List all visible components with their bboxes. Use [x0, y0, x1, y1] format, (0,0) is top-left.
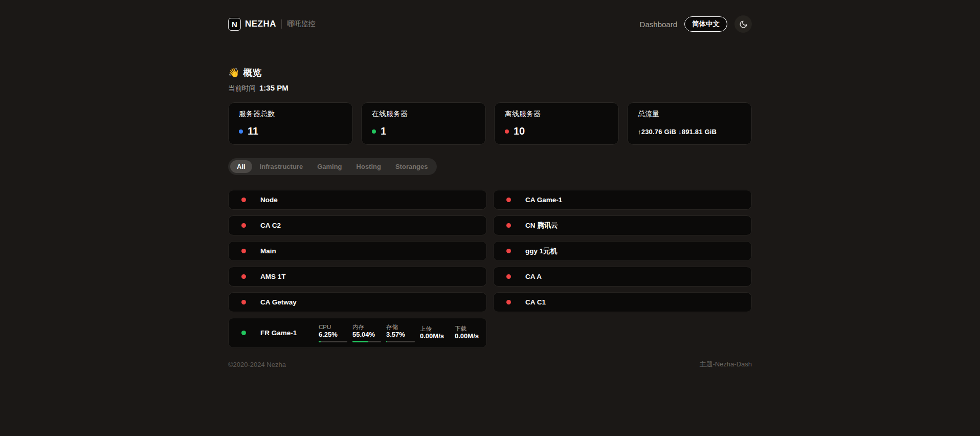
- stat-value: 0.00M/s: [455, 332, 484, 341]
- server-name: Node: [260, 196, 278, 204]
- stat-label: 下载: [455, 325, 484, 332]
- stat-value: 0.00M/s: [420, 332, 450, 341]
- copyright-text: ©2020-2024 Nezha: [228, 361, 286, 368]
- tab-storanges[interactable]: Storanges: [389, 160, 435, 173]
- stat-label: 存储: [386, 323, 415, 331]
- brand-divider: [281, 19, 282, 29]
- page-title: 👋 概览: [228, 67, 752, 79]
- time-value: 1:35 PM: [259, 83, 288, 92]
- status-offline-dot-icon: [506, 223, 511, 228]
- server-row-ams-1t[interactable]: AMS 1T: [228, 267, 487, 287]
- page-title-text: 概览: [243, 67, 261, 79]
- stat-card-online-servers: 在线服务器 1: [361, 102, 486, 145]
- server-row-ca-a[interactable]: CA A: [493, 267, 752, 287]
- status-offline-dot-icon: [506, 274, 511, 279]
- offline-dot-icon: [505, 129, 509, 134]
- status-offline-dot-icon: [241, 300, 246, 304]
- main-content: 👋 概览 当前时间 1:35 PM 服务器总数 11 在线服务器 1: [228, 67, 752, 348]
- language-button[interactable]: 简体中文: [684, 16, 727, 32]
- server-row-ca-getway[interactable]: CA Getway: [228, 292, 487, 312]
- server-name: CA A: [525, 273, 542, 280]
- server-name: CA C2: [260, 222, 281, 229]
- storage-progress-bar: [386, 341, 415, 342]
- stat-label: 内存: [352, 323, 381, 331]
- server-grid: Node CA C2 Main AMS 1T CA Getway: [228, 190, 752, 348]
- tab-infrastructure[interactable]: Infrastructure: [253, 160, 310, 173]
- online-dot-icon: [372, 129, 376, 134]
- server-column-left: Node CA C2 Main AMS 1T CA Getway: [228, 190, 487, 348]
- stat-card-label: 离线服务器: [505, 110, 608, 119]
- server-name: ggy 1元机: [525, 247, 557, 256]
- server-column-right: CA Game-1 CN 腾讯云 ggy 1元机 CA A CA C1: [493, 190, 752, 348]
- stat-label: 上传: [420, 325, 450, 332]
- header: N NEZHA 哪吒监控 Dashboard 简体中文: [228, 0, 752, 33]
- stat-value: 3.57%: [386, 331, 415, 339]
- stat-value: 55.04%: [352, 331, 381, 339]
- server-row-node[interactable]: Node: [228, 190, 487, 210]
- brand[interactable]: N NEZHA 哪吒监控: [228, 18, 316, 31]
- traffic-value: ↑230.76 GiB ↓891.81 GiB: [638, 128, 741, 137]
- stat-label: CPU: [319, 323, 347, 331]
- tab-hosting[interactable]: Hosting: [350, 160, 388, 173]
- stat-card-total-traffic: 总流量 ↑230.76 GiB ↓891.81 GiB: [627, 102, 752, 145]
- cpu-progress-bar: [319, 341, 347, 342]
- server-row-ca-game-1[interactable]: CA Game-1: [493, 190, 752, 210]
- stat-value: 6.25%: [319, 331, 347, 339]
- status-offline-dot-icon: [506, 249, 511, 253]
- total-dot-icon: [239, 129, 243, 134]
- status-offline-dot-icon: [241, 274, 246, 279]
- status-offline-dot-icon: [241, 198, 246, 202]
- server-row-ggy[interactable]: ggy 1元机: [493, 241, 752, 261]
- server-row-main[interactable]: Main: [228, 241, 487, 261]
- current-time: 当前时间 1:35 PM: [228, 83, 752, 93]
- stat-card-value: 1: [381, 125, 386, 137]
- memory-progress-bar: [352, 341, 381, 342]
- stat-storage: 存储 3.57%: [386, 323, 415, 342]
- footer: ©2020-2024 Nezha 主题-Nezha-Dash: [228, 360, 752, 369]
- moon-icon: [739, 20, 748, 29]
- stat-card-total-servers: 服务器总数 11: [228, 102, 353, 145]
- stat-upload: 上传 0.00M/s: [420, 325, 450, 341]
- stat-card-label: 在线服务器: [372, 110, 475, 119]
- server-name: CA Game-1: [525, 196, 562, 204]
- server-name: CA Getway: [260, 298, 297, 306]
- tab-gaming[interactable]: Gaming: [310, 160, 348, 173]
- server-name: AMS 1T: [260, 273, 286, 280]
- status-offline-dot-icon: [506, 198, 511, 202]
- stat-memory: 内存 55.04%: [352, 323, 381, 342]
- status-online-dot-icon: [241, 331, 246, 335]
- server-stats: CPU 6.25% 内存 55.04% 存储 3.57%: [319, 318, 484, 347]
- stat-cpu: CPU 6.25%: [319, 323, 347, 342]
- server-filter-tabs: All Infrastructure Gaming Hosting Storan…: [228, 158, 437, 175]
- status-offline-dot-icon: [241, 223, 246, 228]
- stats-grid: 服务器总数 11 在线服务器 1 离线服务器 10: [228, 102, 752, 145]
- header-actions: Dashboard 简体中文: [640, 15, 752, 33]
- server-name: Main: [260, 247, 276, 255]
- theme-name-text[interactable]: 主题-Nezha-Dash: [699, 360, 752, 369]
- brand-subtitle: 哪吒监控: [287, 19, 316, 29]
- tab-all[interactable]: All: [230, 160, 252, 173]
- server-row-cn-tencent[interactable]: CN 腾讯云: [493, 215, 752, 235]
- stat-card-offline-servers: 离线服务器 10: [494, 102, 619, 145]
- main-container: N NEZHA 哪吒监控 Dashboard 简体中文 👋 概览 当前时间 1:…: [228, 0, 752, 369]
- server-name: FR Game-1: [260, 329, 297, 337]
- stat-card-label: 总流量: [638, 110, 741, 119]
- stat-card-value: 11: [248, 125, 258, 137]
- wave-emoji-icon: 👋: [228, 67, 239, 78]
- time-label: 当前时间: [228, 84, 256, 93]
- dashboard-link[interactable]: Dashboard: [640, 20, 677, 29]
- server-name: CA C1: [525, 298, 546, 306]
- stat-card-value: 10: [514, 125, 525, 137]
- server-row-ca-c1[interactable]: CA C1: [493, 292, 752, 312]
- brand-name: NEZHA: [245, 19, 276, 29]
- status-offline-dot-icon: [241, 249, 246, 253]
- server-name: CN 腾讯云: [525, 221, 558, 230]
- nezha-logo-icon: N: [228, 18, 241, 31]
- server-row-fr-game-1[interactable]: FR Game-1 CPU 6.25% 内存 55.04%: [228, 318, 487, 348]
- stat-download: 下载 0.00M/s: [455, 325, 484, 341]
- status-offline-dot-icon: [506, 300, 511, 304]
- theme-toggle-button[interactable]: [734, 15, 752, 33]
- server-row-ca-c2[interactable]: CA C2: [228, 215, 487, 235]
- stat-card-label: 服务器总数: [239, 110, 342, 119]
